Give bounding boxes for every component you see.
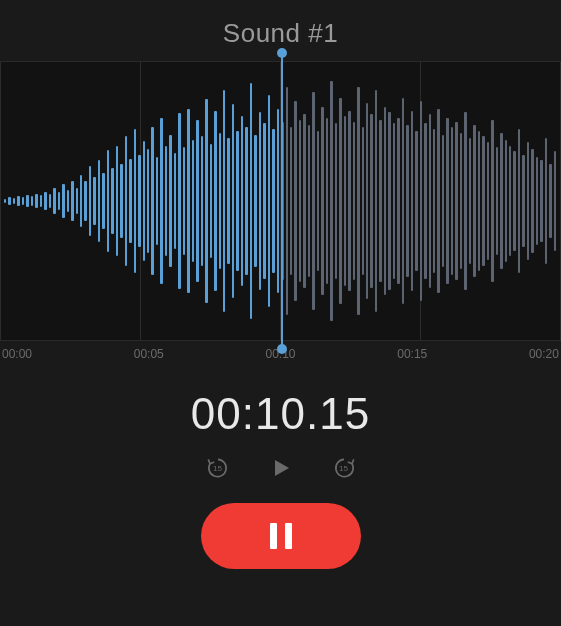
waveform-bar (259, 112, 261, 289)
waveform-bar (496, 147, 498, 254)
waveform-bar (277, 109, 279, 294)
waveform-bar (192, 140, 194, 262)
recording-title: Sound #1 (0, 18, 561, 49)
waveform-bar (549, 164, 551, 238)
waveform-bar (536, 157, 538, 246)
waveform-bar (509, 146, 511, 257)
time-tick: 00:20 (529, 347, 559, 361)
waveform-bar (317, 131, 319, 271)
waveform-bar (505, 140, 507, 262)
waveform-bar (17, 196, 19, 205)
play-icon (269, 456, 293, 480)
waveform-bar (89, 166, 91, 236)
waveform-bar (513, 151, 515, 251)
play-button[interactable] (269, 456, 293, 480)
waveform-bar (464, 112, 466, 289)
waveform-bar (13, 198, 15, 204)
waveform-bar (84, 181, 86, 222)
waveform-bar (263, 123, 265, 278)
waveform-bar (26, 195, 28, 206)
waveform-bar (58, 192, 60, 210)
waveform-bar (102, 173, 104, 228)
waveform-bar (223, 90, 225, 312)
waveform-bar (147, 149, 149, 252)
waveform-bar (67, 190, 69, 212)
waveform-bar (357, 87, 359, 316)
waveform-bar (379, 120, 381, 282)
waveform-bar (107, 150, 109, 252)
waveform-bar (125, 136, 127, 265)
waveform-bar (156, 157, 158, 246)
waveform-bar (335, 123, 337, 278)
svg-marker-0 (275, 460, 289, 476)
record-pause-button[interactable] (201, 503, 361, 569)
waveform-bar (53, 188, 55, 214)
waveform-bar (210, 144, 212, 258)
waveform-bar (8, 197, 10, 204)
waveform-bar (187, 109, 189, 294)
waveform-bar (196, 120, 198, 282)
waveform-bar (393, 123, 395, 278)
waveform-bar (531, 149, 533, 252)
waveform-bar (540, 160, 542, 241)
waveform-bar (326, 118, 328, 284)
waveform-bar (214, 111, 216, 292)
waveform-bar (460, 133, 462, 270)
waveform-bar (178, 113, 180, 288)
waveform-bar (299, 120, 301, 282)
waveform-bar (143, 141, 145, 261)
waveform-bar (437, 109, 439, 294)
waveform-bar (487, 142, 489, 260)
waveform-bar (120, 164, 122, 238)
waveform-bar (321, 107, 323, 295)
waveform-bar (429, 114, 431, 288)
waveform-bar (35, 194, 37, 209)
waveform-bar (491, 120, 493, 282)
waveform-bar (151, 127, 153, 275)
waveform-bar (169, 135, 171, 268)
waveform-bar (473, 125, 475, 276)
waveform-bar (62, 184, 64, 217)
waveform-bar (80, 175, 82, 227)
waveform-bar (420, 101, 422, 300)
waveform-bar (290, 127, 292, 275)
skip-forward-button[interactable]: 15 (329, 453, 359, 483)
waveform-bar (433, 129, 435, 273)
waveform-bar (40, 195, 42, 206)
pause-icon (270, 523, 292, 549)
waveform-bar (397, 118, 399, 284)
waveform-bar (294, 101, 296, 300)
waveform-bar (98, 160, 100, 241)
waveform-bar (286, 87, 288, 316)
waveform-area[interactable] (0, 61, 561, 341)
waveform-bar (370, 114, 372, 288)
waveform-bar (250, 83, 252, 319)
waveform-bar (411, 111, 413, 292)
skip-back-button[interactable]: 15 (203, 453, 233, 483)
waveform-bar (219, 133, 221, 270)
waveform-bar (93, 177, 95, 225)
waveform-bar (415, 131, 417, 271)
waveform-bar (116, 146, 118, 257)
waveform-bar (4, 199, 6, 203)
waveform-bar (174, 153, 176, 249)
waveform-bar (312, 92, 314, 310)
waveform-bar (44, 192, 46, 210)
waveform-bar (236, 131, 238, 271)
waveform-bar (111, 168, 113, 234)
waveform-bar (241, 116, 243, 286)
waveform-bar (527, 142, 529, 260)
record-row (0, 503, 561, 569)
waveform-bar (31, 196, 33, 205)
waveform-bar (254, 135, 256, 268)
timestamp: 00:10.15 (0, 389, 561, 439)
waveform-bar (518, 129, 520, 273)
time-tick: 00:05 (134, 347, 164, 361)
waveform-bar (348, 111, 350, 292)
waveform-bar (344, 116, 346, 286)
waveform-bar (424, 123, 426, 278)
waveform-bar (138, 155, 140, 247)
waveform-bar (308, 125, 310, 276)
waveform-bar (455, 122, 457, 281)
playhead[interactable] (281, 52, 283, 350)
